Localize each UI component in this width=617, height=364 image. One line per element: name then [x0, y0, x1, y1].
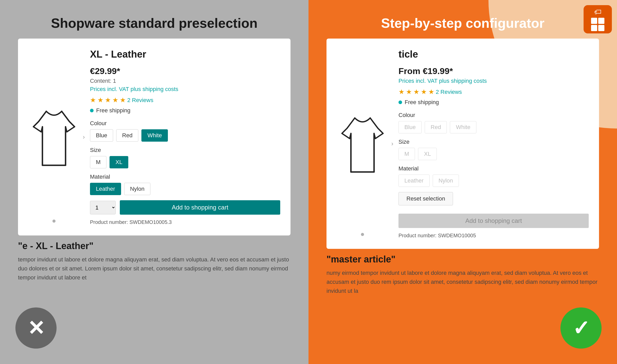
left-price: €29.99* — [90, 66, 280, 76]
colour-btn-white[interactable]: White — [141, 129, 168, 142]
left-bottom-text: tempor invidunt ut labore et dolore magn… — [18, 255, 291, 282]
left-material-group: Material Leather Nylon — [90, 174, 280, 195]
material-btn-nylon[interactable]: Nylon — [124, 183, 150, 195]
right-product-card: › ticle From €19.99* Prices incl. VAT pl… — [326, 39, 599, 249]
right-colour-buttons: Blue Red White — [398, 121, 589, 133]
right-panel-content: Step-by-step configurator › — [308, 0, 617, 296]
left-price-info[interactable]: Prices incl. VAT plus shipping costs — [90, 86, 280, 93]
plugin-grid-cell-2 — [598, 18, 604, 24]
right-star-2: ★ — [406, 88, 412, 96]
left-panel: Shopware standard preselection — [0, 0, 308, 364]
left-quantity-select[interactable]: 1 2 3 — [90, 201, 116, 214]
left-size-label: Size — [90, 147, 280, 153]
size-btn-xl[interactable]: XL — [110, 156, 128, 168]
right-panel: 🏷 Step-by-step configurator — [308, 0, 617, 364]
left-size-group: Size M XL — [90, 147, 280, 168]
left-add-to-cart-button[interactable]: Add to shopping cart — [120, 200, 280, 215]
left-material-buttons: Leather Nylon — [90, 183, 280, 195]
reset-selection-button[interactable]: Reset selection — [398, 192, 453, 205]
right-badge-check: ✓ — [560, 307, 602, 349]
left-product-card: › XL - Leather €29.99* Content: 1 Prices… — [18, 39, 291, 235]
left-product-details: XL - Leather €29.99* Content: 1 Prices i… — [90, 49, 280, 225]
right-star-3: ★ — [413, 88, 419, 96]
carousel-dot-left — [52, 220, 56, 223]
left-stars: ★ ★ ★ ★ ★ 2 Reviews — [90, 96, 280, 104]
right-size-btn-m[interactable]: M — [398, 148, 415, 160]
right-material-btn-nylon[interactable]: Nylon — [433, 175, 459, 187]
right-colour-btn-blue[interactable]: Blue — [398, 121, 422, 133]
right-size-btn-xl[interactable]: XL — [418, 148, 437, 160]
left-product-number: Product number: SWDEMO10005.3 — [90, 219, 280, 225]
right-add-to-cart-row: Add to shopping cart — [398, 214, 589, 228]
right-colour-group: Colour Blue Red White — [398, 112, 589, 133]
left-free-shipping: Free shipping — [90, 107, 280, 114]
plugin-grid-cell-3 — [591, 25, 597, 31]
carousel-arrow-right[interactable]: › — [391, 140, 393, 147]
right-bottom-text: numy eirmod tempor invidunt ut labore et… — [326, 268, 599, 296]
left-panel-title: Shopware standard preselection — [51, 15, 257, 31]
right-star-4: ★ — [421, 88, 427, 96]
star-1: ★ — [90, 96, 96, 104]
shipping-dot-right — [398, 101, 402, 104]
right-product-number: Product number: SWDEMO10005 — [398, 233, 589, 239]
carousel-dot-right — [361, 233, 364, 236]
left-material-label: Material — [90, 174, 280, 180]
plugin-icon: 🏷 — [584, 5, 612, 33]
right-stars: ★ ★ ★ ★ ★ 2 Reviews — [398, 88, 589, 96]
shipping-dot-left — [90, 109, 94, 112]
star-4: ★ — [112, 96, 118, 104]
right-colour-btn-red[interactable]: Red — [425, 121, 447, 133]
right-star-5: ★ — [428, 88, 434, 96]
plugin-grid-cell-1 — [591, 18, 597, 24]
carousel-arrow-left[interactable]: › — [83, 133, 85, 141]
check-icon: ✓ — [573, 316, 590, 340]
left-badge-x: ✕ — [15, 307, 57, 349]
plugin-icon-grid — [591, 18, 604, 31]
star-5: ★ — [120, 96, 126, 104]
star-3: ★ — [105, 96, 111, 104]
right-colour-btn-white[interactable]: White — [450, 121, 476, 133]
left-bottom-section: "e - XL - Leather" tempor invidunt ut la… — [18, 241, 291, 282]
right-add-to-cart-button[interactable]: Add to shopping cart — [398, 214, 589, 228]
left-size-buttons: M XL — [90, 156, 280, 168]
right-product-image-area: › — [337, 49, 388, 239]
size-btn-m[interactable]: M — [90, 156, 106, 168]
left-add-to-cart-row: 1 2 3 Add to shopping cart — [90, 200, 280, 215]
star-2: ★ — [97, 96, 103, 104]
left-product-image-area: › — [28, 49, 80, 225]
right-free-shipping: Free shipping — [398, 99, 589, 106]
left-colour-group: Colour Blue Red White — [90, 120, 280, 142]
plugin-grid-cell-4 — [598, 25, 604, 31]
material-btn-leather[interactable]: Leather — [90, 183, 121, 195]
right-material-btn-leather[interactable]: Leather — [398, 175, 430, 187]
left-colour-label: Colour — [90, 120, 280, 127]
right-size-group: Size M XL — [398, 139, 589, 160]
right-material-label: Material — [398, 165, 589, 172]
right-colour-label: Colour — [398, 112, 589, 119]
right-product-details: ticle From €19.99* Prices incl. VAT plus… — [398, 49, 589, 239]
left-product-image — [31, 101, 77, 173]
left-content: Content: 1 — [90, 78, 280, 84]
left-colour-buttons: Blue Red White — [90, 129, 280, 142]
right-price: From €19.99* — [398, 66, 589, 76]
right-reviews-link[interactable]: 2 Reviews — [436, 89, 462, 95]
right-material-group: Material Leather Nylon — [398, 165, 589, 187]
left-bottom-title: "e - XL - Leather" — [18, 241, 291, 251]
right-size-buttons: M XL — [398, 148, 589, 160]
colour-btn-blue[interactable]: Blue — [90, 129, 113, 142]
left-reviews-link[interactable]: 2 Reviews — [127, 97, 153, 104]
right-star-1: ★ — [398, 88, 404, 96]
right-material-buttons: Leather Nylon — [398, 175, 589, 187]
right-bottom-section: "master article" numy eirmod tempor invi… — [326, 254, 599, 296]
right-panel-title: Step-by-step configurator — [381, 15, 545, 31]
right-price-info[interactable]: Prices incl. VAT plus shipping costs — [398, 78, 589, 84]
right-product-name: ticle — [398, 49, 589, 60]
left-product-name: XL - Leather — [90, 49, 280, 60]
right-size-label: Size — [398, 139, 589, 145]
x-icon: ✕ — [28, 316, 45, 340]
plugin-icon-top: 🏷 — [594, 8, 601, 16]
right-bottom-title: "master article" — [326, 254, 599, 265]
colour-btn-red[interactable]: Red — [116, 129, 138, 142]
right-product-image — [339, 108, 386, 180]
